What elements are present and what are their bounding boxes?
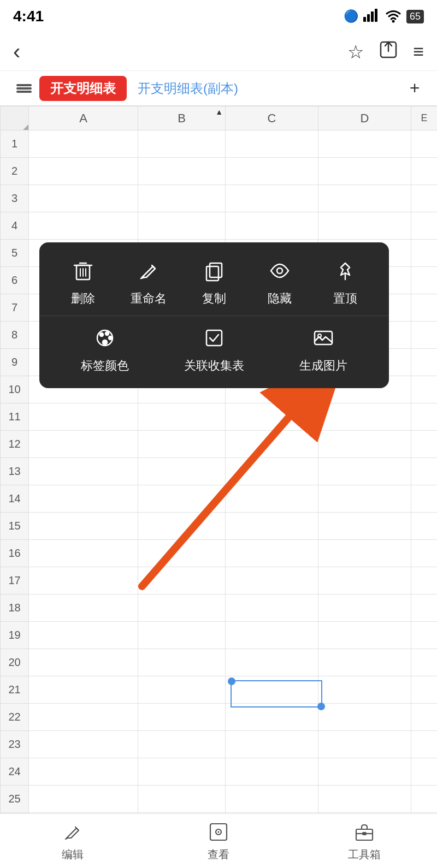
col-header-A[interactable]: A: [29, 106, 138, 130]
cell-r3-c1[interactable]: [138, 185, 226, 212]
cell-r16-cE[interactable]: [411, 540, 438, 567]
back-button[interactable]: ‹: [13, 39, 20, 64]
cell-r14-c2[interactable]: [226, 485, 318, 513]
cell-r3-c0[interactable]: [29, 185, 138, 212]
cell-r2-cE[interactable]: [411, 158, 438, 185]
cell-r2-c2[interactable]: [226, 158, 318, 185]
cell-r4-c1[interactable]: [138, 212, 226, 240]
cell-r18-cE[interactable]: [411, 594, 438, 622]
toolbar-toolbox[interactable]: 工具箱: [291, 820, 437, 862]
menu-item-genimage[interactable]: 生成图片: [293, 324, 353, 374]
cell-r13-c3[interactable]: [318, 458, 411, 485]
star-button[interactable]: ☆: [347, 41, 364, 63]
cell-r12-c2[interactable]: [226, 431, 318, 458]
cell-r11-c3[interactable]: [318, 403, 411, 431]
add-sheet-button[interactable]: +: [401, 75, 428, 102]
cell-r10-cE[interactable]: [411, 376, 438, 403]
cell-r12-c1[interactable]: [138, 431, 226, 458]
col-header-B[interactable]: B: [138, 106, 226, 130]
cell-r14-cE[interactable]: [411, 485, 438, 513]
cell-r25-c2[interactable]: [226, 786, 318, 813]
cell-r1-cE[interactable]: [411, 130, 438, 158]
toolbar-edit[interactable]: 编辑: [0, 820, 146, 862]
cell-r21-c0[interactable]: [29, 676, 138, 704]
cell-r19-cE[interactable]: [411, 622, 438, 649]
col-header-C[interactable]: C: [226, 106, 318, 130]
cell-r22-c1[interactable]: [138, 704, 226, 731]
cell-r13-c1[interactable]: [138, 458, 226, 485]
cell-r24-c1[interactable]: [138, 758, 226, 786]
cell-r13-c0[interactable]: [29, 458, 138, 485]
cell-r15-c0[interactable]: [29, 513, 138, 540]
cell-r1-c2[interactable]: [226, 130, 318, 158]
menu-item-tagcolor[interactable]: 标签颜色: [75, 324, 135, 374]
cell-r18-c0[interactable]: [29, 594, 138, 622]
cell-r4-c3[interactable]: [318, 212, 411, 240]
cell-r12-c0[interactable]: [29, 431, 138, 458]
cell-r23-c1[interactable]: [138, 731, 226, 758]
cell-r1-c3[interactable]: [318, 130, 411, 158]
cell-r17-c0[interactable]: [29, 567, 138, 594]
cell-r20-c1[interactable]: [138, 649, 226, 676]
cell-r3-c3[interactable]: [318, 185, 411, 212]
cell-r11-c2[interactable]: [226, 403, 318, 431]
cell-r16-c3[interactable]: [318, 540, 411, 567]
cell-r24-cE[interactable]: [411, 758, 438, 786]
cell-r24-c0[interactable]: [29, 758, 138, 786]
cell-r21-c1[interactable]: [138, 676, 226, 704]
cell-r23-cE[interactable]: [411, 731, 438, 758]
cell-r2-c1[interactable]: [138, 158, 226, 185]
cell-r11-c1[interactable]: [138, 403, 226, 431]
cell-r1-c1[interactable]: [138, 130, 226, 158]
cell-r16-c0[interactable]: [29, 540, 138, 567]
cell-r8-cE[interactable]: [411, 322, 438, 349]
cell-r20-c2[interactable]: [226, 649, 318, 676]
cell-r15-c1[interactable]: [138, 513, 226, 540]
cell-r3-c2[interactable]: [226, 185, 318, 212]
cell-r13-c2[interactable]: [226, 458, 318, 485]
cell-r11-c0[interactable]: [29, 403, 138, 431]
menu-button[interactable]: ≡: [413, 41, 424, 62]
cell-r19-c3[interactable]: [318, 622, 411, 649]
menu-item-pintop[interactable]: 置顶: [315, 257, 375, 307]
cell-r16-c2[interactable]: [226, 540, 318, 567]
cell-r18-c1[interactable]: [138, 594, 226, 622]
cell-r24-c2[interactable]: [226, 758, 318, 786]
cell-r14-c0[interactable]: [29, 485, 138, 513]
cell-r22-c0[interactable]: [29, 704, 138, 731]
col-header-E[interactable]: E: [411, 106, 438, 130]
tab-copy-sheet[interactable]: 开支明细表(副本): [127, 76, 249, 101]
cell-r15-cE[interactable]: [411, 513, 438, 540]
cell-r12-cE[interactable]: [411, 431, 438, 458]
cell-r17-c1[interactable]: [138, 567, 226, 594]
cell-r23-c2[interactable]: [226, 731, 318, 758]
cell-r22-c3[interactable]: [318, 704, 411, 731]
cell-r1-c0[interactable]: [29, 130, 138, 158]
cell-r6-cE[interactable]: [411, 267, 438, 294]
cell-r12-c3[interactable]: [318, 431, 411, 458]
share-button[interactable]: [379, 40, 398, 63]
cell-r25-c0[interactable]: [29, 786, 138, 813]
cell-r9-cE[interactable]: [411, 349, 438, 376]
cell-r20-c0[interactable]: [29, 649, 138, 676]
toolbar-view[interactable]: 查看: [146, 820, 292, 862]
menu-item-rename[interactable]: 重命名: [119, 257, 179, 307]
cell-r15-c3[interactable]: [318, 513, 411, 540]
cell-r19-c1[interactable]: [138, 622, 226, 649]
cell-r3-cE[interactable]: [411, 185, 438, 212]
cell-r17-c3[interactable]: [318, 567, 411, 594]
cell-r14-c3[interactable]: [318, 485, 411, 513]
cell-r18-c2[interactable]: [226, 594, 318, 622]
layers-button[interactable]: [9, 71, 39, 105]
cell-r22-c2[interactable]: [226, 704, 318, 731]
cell-r21-c2[interactable]: [226, 676, 318, 704]
cell-r4-c0[interactable]: [29, 212, 138, 240]
cell-r14-c1[interactable]: [138, 485, 226, 513]
menu-item-copy[interactable]: 复制: [184, 257, 244, 307]
cell-r2-c0[interactable]: [29, 158, 138, 185]
cell-r25-cE[interactable]: [411, 786, 438, 813]
cell-r19-c0[interactable]: [29, 622, 138, 649]
cell-r5-cE[interactable]: [411, 240, 438, 267]
cell-r25-c3[interactable]: [318, 786, 411, 813]
cell-r24-c3[interactable]: [318, 758, 411, 786]
